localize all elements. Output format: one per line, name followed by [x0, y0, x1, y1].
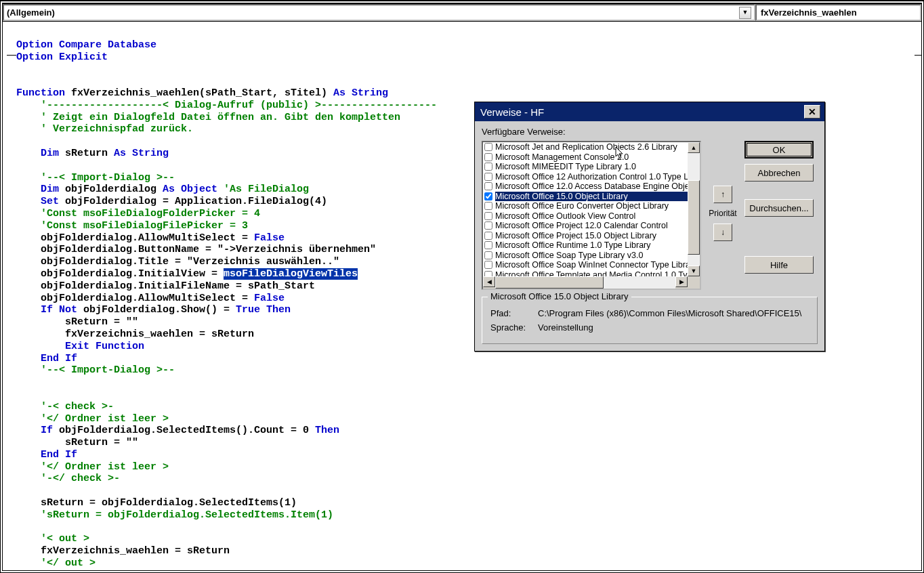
scroll-right-icon[interactable]: ▶ — [675, 276, 688, 287]
hscroll-track[interactable] — [495, 276, 675, 289]
reference-item-label: Microsoft Office Runtime 1.0 Type Librar… — [495, 240, 651, 250]
scroll-thumb[interactable] — [688, 180, 700, 255]
references-listbox[interactable]: Microsoft Jet and Replication Objects 2.… — [482, 141, 701, 290]
reference-item-label: Microsoft Office Soap WinInet Connector … — [495, 260, 693, 270]
hscroll-thumb[interactable] — [495, 276, 604, 289]
reference-list-item[interactable]: Microsoft Office Runtime 1.0 Type Librar… — [483, 240, 688, 251]
reference-item-label: Microsoft Management Console 2.0 — [495, 152, 629, 162]
browse-button[interactable]: Durchsuchen... — [744, 199, 814, 217]
reference-checkbox[interactable] — [484, 221, 492, 230]
close-icon: ✕ — [808, 106, 816, 117]
reference-list-item[interactable]: Microsoft Office Soap Type Library v3.0 — [483, 251, 688, 261]
reference-checkbox[interactable] — [484, 232, 492, 240]
reference-checkbox[interactable] — [484, 251, 492, 259]
ok-button[interactable]: OK — [744, 141, 814, 158]
reference-item-label: Microsoft Office 12.0 Access Database En… — [495, 182, 696, 191]
reference-checkbox[interactable] — [484, 261, 492, 269]
reference-list-item[interactable]: Microsoft Jet and Replication Objects 2.… — [483, 142, 688, 152]
reference-details-group: Pfad: C:\Program Files (x86)\Common File… — [482, 297, 818, 344]
reference-list-item[interactable]: Microsoft Office Soap WinInet Connector … — [483, 260, 688, 270]
reference-item-label: Microsoft Office Project 15.0 Object Lib… — [495, 231, 656, 240]
dialog-buttons: OK Abbrechen Durchsuchen... Hilfe — [744, 141, 814, 290]
scroll-up-icon[interactable]: ▲ — [688, 142, 700, 153]
scroll-corner — [688, 276, 700, 289]
reference-list-item[interactable]: Microsoft Office Outlook View Control — [483, 211, 688, 221]
reference-checkbox[interactable] — [484, 163, 492, 171]
vertical-scrollbar[interactable]: ▲ ▼ — [688, 142, 700, 276]
reference-checkbox[interactable] — [484, 173, 492, 181]
reference-checkbox[interactable] — [484, 192, 492, 200]
object-dropdown-text: (Allgemein) — [7, 7, 55, 18]
language-label: Sprache: — [490, 322, 538, 333]
chevron-down-icon[interactable]: ▼ — [739, 7, 751, 19]
reference-checkbox[interactable] — [484, 202, 492, 210]
reference-item-label: Microsoft Office 12 Authorization Contro… — [495, 172, 695, 182]
priority-up-button[interactable]: ↑ — [713, 186, 732, 203]
scroll-left-icon[interactable]: ◀ — [483, 276, 495, 287]
reference-checkbox[interactable] — [484, 241, 492, 249]
priority-label: Priorität — [709, 209, 736, 218]
arrow-up-icon: ↑ — [721, 190, 725, 199]
dialog-body: Verfügbare Verweise: Microsoft Jet and R… — [475, 121, 824, 351]
language-value: Voreinstellung — [538, 322, 593, 333]
dialog-title-text: Verweise - HF — [480, 106, 544, 118]
reference-list-item[interactable]: Microsoft Office Euro Converter Object L… — [483, 201, 688, 211]
close-button[interactable]: ✕ — [804, 105, 820, 119]
reference-checkbox[interactable] — [484, 143, 492, 151]
reference-list-item[interactable]: Microsoft Office 12 Authorization Contro… — [483, 172, 688, 182]
reference-item-label: Microsoft Jet and Replication Objects 2.… — [495, 142, 677, 152]
available-references-label: Verfügbare Verweise: — [482, 127, 818, 137]
reference-list-item[interactable]: Microsoft Office 12.0 Access Database En… — [483, 182, 688, 192]
path-value: C:\Program Files (x86)\Common Files\Micr… — [538, 308, 801, 318]
horizontal-scrollbar[interactable]: ◀ ▶ — [483, 276, 688, 289]
reference-item-label: Microsoft Office Project 12.0 Calendar C… — [495, 221, 668, 230]
reference-item-label: Microsoft Office Soap Type Library v3.0 — [495, 251, 643, 260]
reference-list-item[interactable]: Microsoft Office 15.0 Object Library — [483, 192, 688, 202]
references-dialog: Verweise - HF ✕ Verfügbare Verweise: Mic… — [474, 102, 825, 352]
reference-item-label: Microsoft MIMEEDIT Type Library 1.0 — [495, 162, 636, 171]
dialog-titlebar[interactable]: Verweise - HF ✕ — [475, 102, 824, 121]
reference-item-label: Microsoft Office Outlook View Control — [495, 211, 635, 221]
arrow-down-icon: ↓ — [721, 228, 725, 237]
reference-item-label: Microsoft Office Euro Converter Object L… — [495, 201, 669, 211]
help-button[interactable]: Hilfe — [744, 256, 814, 274]
object-procedure-bar: (Allgemein) ▼ fxVerzeichnis_waehlen — [3, 4, 921, 22]
priority-panel: ↑ Priorität ↓ — [707, 141, 739, 290]
procedure-dropdown[interactable]: fxVerzeichnis_waehlen — [755, 4, 921, 21]
reference-list-item[interactable]: Microsoft Management Console 2.0 — [483, 152, 688, 163]
reference-list-item[interactable]: Microsoft MIMEEDIT Type Library 1.0 — [483, 162, 688, 172]
reference-list-item[interactable]: Microsoft Office Project 15.0 Object Lib… — [483, 231, 688, 241]
priority-down-button[interactable]: ↓ — [713, 224, 732, 241]
path-label: Pfad: — [490, 308, 538, 318]
scroll-down-icon[interactable]: ▼ — [688, 266, 700, 276]
reference-checkbox[interactable] — [484, 212, 492, 220]
cancel-button[interactable]: Abbrechen — [744, 164, 814, 182]
reference-item-label: Microsoft Office 15.0 Object Library — [495, 192, 701, 201]
scroll-track[interactable] — [688, 153, 700, 266]
reference-checkbox[interactable] — [484, 182, 492, 190]
reference-checkbox[interactable] — [484, 153, 492, 161]
procedure-dropdown-text: fxVerzeichnis_waehlen — [761, 7, 857, 18]
reference-list-item[interactable]: Microsoft Office Project 12.0 Calendar C… — [483, 221, 688, 231]
object-dropdown[interactable]: (Allgemein) ▼ — [3, 4, 755, 21]
